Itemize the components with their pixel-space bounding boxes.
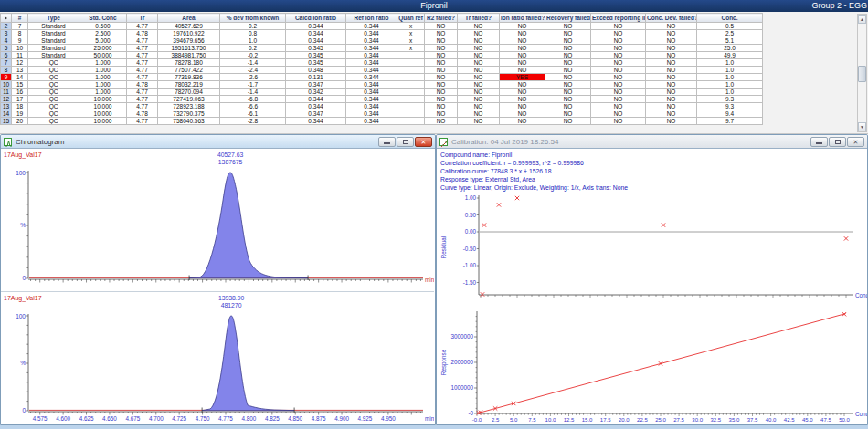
minimize-button[interactable] xyxy=(378,137,396,147)
table-cell[interactable]: 0.344 xyxy=(346,81,397,89)
table-cell[interactable]: NO xyxy=(646,81,697,89)
table-cell[interactable]: NO xyxy=(545,30,591,37)
table-cell[interactable]: 1.000 xyxy=(79,59,127,67)
table-cell[interactable]: 12 xyxy=(12,59,28,67)
table-cell[interactable]: NO xyxy=(545,118,591,125)
table-cell[interactable]: NO xyxy=(545,110,591,118)
table-cell[interactable]: NO xyxy=(458,96,500,103)
table-cell[interactable]: 4.78 xyxy=(127,81,158,89)
table-row[interactable]: 611Standard50.0004.773884981.750-0.20.34… xyxy=(1,52,763,59)
table-cell[interactable]: 0.344 xyxy=(346,103,397,110)
table-cell[interactable]: NO xyxy=(458,23,500,30)
table-cell[interactable]: 7 xyxy=(12,23,28,30)
table-cell[interactable]: NO xyxy=(545,59,591,67)
table-cell[interactable]: NO xyxy=(646,103,697,110)
table-cell[interactable]: 0.344 xyxy=(346,74,397,81)
table-cell[interactable]: 4.77 xyxy=(127,89,158,96)
table-cell[interactable]: NO xyxy=(458,81,500,89)
table-cell[interactable]: 4.77 xyxy=(127,103,158,110)
table-cell[interactable]: 5.000 xyxy=(79,37,127,45)
table-cell[interactable]: NO xyxy=(425,37,458,45)
table-row[interactable]: 1015QC1.0004.7878032.219-1.70.3470.344NO… xyxy=(1,81,763,89)
table-cell[interactable]: 0.344 xyxy=(346,118,397,125)
table-cell[interactable]: NO xyxy=(591,67,646,74)
table-cell[interactable]: NO xyxy=(458,74,500,81)
table-cell[interactable]: NO xyxy=(425,45,458,52)
table-cell[interactable]: Standard xyxy=(28,23,79,30)
table-cell[interactable]: NO xyxy=(646,37,697,45)
table-cell[interactable] xyxy=(397,96,425,103)
table-cell[interactable]: 0.344 xyxy=(346,30,397,37)
table-cell[interactable]: 0.345 xyxy=(286,52,346,59)
table-cell[interactable]: NO xyxy=(425,23,458,30)
table-cell[interactable]: Standard xyxy=(28,45,79,52)
row-selector[interactable]: 4 xyxy=(1,37,12,45)
table-cell[interactable]: 1.0 xyxy=(697,74,763,81)
table-cell[interactable]: 10.000 xyxy=(79,103,127,110)
row-selector[interactable]: 14 xyxy=(1,110,12,118)
table-cell[interactable]: -1.4 xyxy=(220,89,286,96)
table-cell[interactable]: NO xyxy=(425,89,458,96)
row-selector[interactable]: 2 xyxy=(1,23,12,30)
table-cell[interactable]: 0.344 xyxy=(346,67,397,74)
table-cell[interactable]: 25.000 xyxy=(79,45,127,52)
table-cell[interactable]: NO xyxy=(458,30,500,37)
table-cell[interactable]: QC xyxy=(28,96,79,103)
table-cell[interactable]: 9.3 xyxy=(697,96,763,103)
table-cell[interactable]: NO xyxy=(500,45,545,52)
table-cell[interactable]: NO xyxy=(646,74,697,81)
table-cell[interactable]: 10 xyxy=(12,45,28,52)
table-cell[interactable]: 727419.063 xyxy=(158,96,220,103)
table-cell[interactable]: x xyxy=(397,30,425,37)
table-cell[interactable]: QC xyxy=(28,59,79,67)
table-cell[interactable]: QC xyxy=(28,74,79,81)
table-cell[interactable]: 197610.922 xyxy=(158,30,220,37)
column-header-tr-failed[interactable]: Tr failed? xyxy=(458,14,500,23)
table-cell[interactable]: NO xyxy=(591,89,646,96)
table-cell[interactable]: 728923.188 xyxy=(158,103,220,110)
residual-plot[interactable]: 1.000.500.00-0.50-1.00-1.50ConcResidual xyxy=(437,193,867,306)
table-cell[interactable]: 1.0 xyxy=(220,37,286,45)
column-header-calcd-ion-ratio[interactable]: Calcd ion ratio xyxy=(286,14,346,23)
table-cell[interactable]: NO xyxy=(545,103,591,110)
table-cell[interactable]: 0.344 xyxy=(286,37,346,45)
table-cell[interactable]: x xyxy=(397,37,425,45)
table-cell[interactable]: NO xyxy=(425,118,458,125)
column-header-conc[interactable]: Conc. xyxy=(697,14,763,23)
table-cell[interactable]: 4.77 xyxy=(127,52,158,59)
table-cell[interactable]: 4.77 xyxy=(127,23,158,30)
table-cell[interactable]: NO xyxy=(500,59,545,67)
table-cell[interactable]: 4.77 xyxy=(127,59,158,67)
table-cell[interactable]: 77507.422 xyxy=(158,67,220,74)
table-cell[interactable] xyxy=(397,110,425,118)
table-cell[interactable]: 1.000 xyxy=(79,67,127,74)
table-cell[interactable]: NO xyxy=(545,89,591,96)
table-cell[interactable]: NO xyxy=(425,96,458,103)
table-cell[interactable]: 15 xyxy=(12,81,28,89)
table-cell[interactable]: 9 xyxy=(12,37,28,45)
table-cell[interactable]: 4.78 xyxy=(127,30,158,37)
column-header-type[interactable]: Type xyxy=(28,14,79,23)
table-cell[interactable]: 18 xyxy=(12,103,28,110)
scroll-down-icon[interactable]: ▼ xyxy=(858,122,866,131)
table-cell[interactable]: NO xyxy=(458,67,500,74)
table-cell[interactable]: 1.000 xyxy=(79,81,127,89)
table-cell[interactable]: NO xyxy=(591,37,646,45)
table-cell[interactable]: NO xyxy=(500,103,545,110)
calibration-curve-plot[interactable]: 300000020000001000000-0-0.02.55.07.510.0… xyxy=(437,306,867,424)
table-cell[interactable]: NO xyxy=(591,52,646,59)
table-cell[interactable]: 78032.219 xyxy=(158,81,220,89)
maximize-button[interactable] xyxy=(397,137,414,147)
table-cell[interactable]: -2.6 xyxy=(220,74,286,81)
table-cell[interactable] xyxy=(397,118,425,125)
table-cell[interactable]: 0.344 xyxy=(286,23,346,30)
main-title-bar[interactable]: Fipronil Group 2 - EGG xyxy=(0,0,868,12)
table-cell[interactable]: QC xyxy=(28,89,79,96)
table-cell[interactable]: 0.8 xyxy=(220,30,286,37)
table-cell[interactable] xyxy=(397,103,425,110)
table-row[interactable]: 1318QC10.0004.77728923.188-6.60.3440.344… xyxy=(1,103,763,110)
table-cell[interactable]: NO xyxy=(545,81,591,89)
row-selector[interactable]: 13 xyxy=(1,103,12,110)
table-row[interactable]: 712QC1.0004.7778278.180-1.40.3450.344NON… xyxy=(1,59,763,67)
table-cell[interactable]: Standard xyxy=(28,37,79,45)
